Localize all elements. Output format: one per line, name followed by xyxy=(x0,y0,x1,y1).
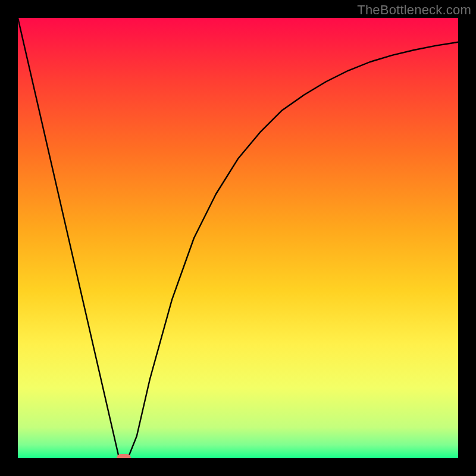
watermark-text: TheBottleneck.com xyxy=(357,2,471,18)
gradient-background xyxy=(18,18,458,458)
min-marker xyxy=(117,454,131,458)
chart-svg xyxy=(18,18,458,458)
plot-area xyxy=(18,18,458,458)
chart-frame: TheBottleneck.com xyxy=(0,0,476,476)
